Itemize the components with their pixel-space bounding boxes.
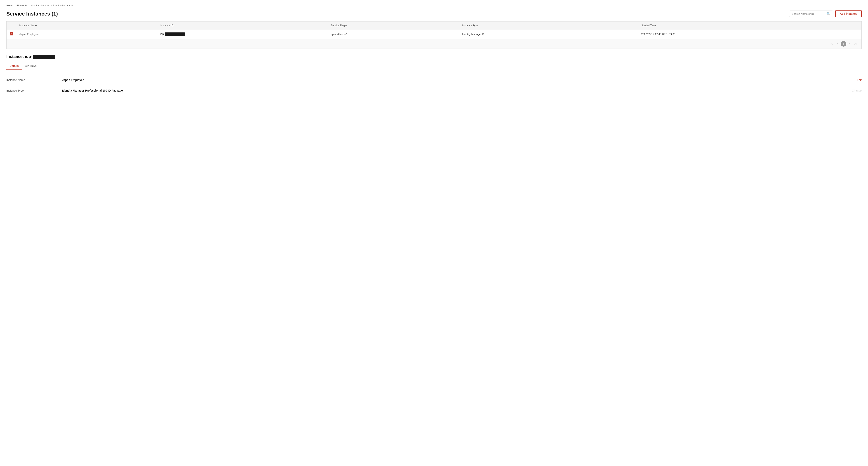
page-title: Service Instances (1) <box>6 11 58 17</box>
detail-value-instance-name: Japan Employee <box>62 79 857 82</box>
breadcrumb-sep-1: › <box>14 4 15 7</box>
breadcrumb-home[interactable]: Home <box>6 4 13 7</box>
col-instance-name: Instance Name <box>16 22 157 29</box>
table-header-row: Instance Name Instance ID Service Region… <box>6 22 862 29</box>
header-actions: 🔍 Add instance <box>789 10 862 17</box>
row-started-time: 2022/09/12 17:45 UTC+09:00 <box>638 29 862 39</box>
pagination-bar: |< < 1 > >| <box>6 39 862 49</box>
pagination-prev-button[interactable]: < <box>835 41 840 46</box>
pagination-page-1[interactable]: 1 <box>841 41 846 47</box>
row-checkbox-cell <box>6 29 16 39</box>
instances-table: Instance Name Instance ID Service Region… <box>6 21 862 39</box>
detail-tabs: Details API Keys <box>6 62 862 70</box>
breadcrumb: Home › Elements › Identity Manager › Ser… <box>6 4 862 7</box>
breadcrumb-sep-2: › <box>28 4 29 7</box>
search-icon: 🔍 <box>827 12 830 16</box>
detail-action-edit[interactable]: Edit <box>857 79 862 82</box>
row-checkbox[interactable] <box>10 32 13 35</box>
row-instance-type: Identity Manager Pro... <box>459 29 638 39</box>
breadcrumb-elements[interactable]: Elements <box>17 4 27 7</box>
col-started-time: Started Time <box>638 22 862 29</box>
instance-detail-id-redacted <box>33 55 55 59</box>
detail-row-instance-type: Instance Type Identity Manager Professio… <box>6 85 862 96</box>
tab-details[interactable]: Details <box>6 62 22 70</box>
search-input[interactable] <box>792 12 825 15</box>
pagination-first-button[interactable]: |< <box>829 41 834 46</box>
breadcrumb-identity-manager[interactable]: Identity Manager <box>30 4 50 7</box>
table-header-checkbox <box>6 22 16 29</box>
detail-value-instance-type: Identity Manager Professional 100 ID Pac… <box>62 89 852 92</box>
detail-label-instance-name: Instance Name <box>6 79 62 82</box>
breadcrumb-sep-3: › <box>51 4 52 7</box>
col-service-region: Service Region <box>328 22 459 29</box>
detail-row-instance-name: Instance Name Japan Employee Edit <box>6 75 862 85</box>
search-box[interactable]: 🔍 <box>789 10 833 17</box>
detail-action-change[interactable]: Change <box>852 89 862 92</box>
pagination-next-button[interactable]: > <box>847 41 852 46</box>
row-id-prefix: idp- <box>160 32 165 35</box>
tab-api-keys[interactable]: API Keys <box>22 62 40 70</box>
col-instance-type: Instance Type <box>459 22 638 29</box>
row-service-region: ap-northeast-1 <box>328 29 459 39</box>
add-instance-button[interactable]: Add instance <box>835 10 862 17</box>
instance-detail-title: Instance: idp- <box>6 54 862 59</box>
instance-detail-section: Instance: idp- Details API Keys Instance… <box>6 54 862 96</box>
table-row: Japan Employee idp- ap-northeast-1 Ident… <box>6 29 862 39</box>
breadcrumb-service-instances: Service Instances <box>53 4 73 7</box>
row-instance-id: idp- <box>157 29 328 39</box>
instance-title-prefix: Instance: idp- <box>6 54 32 59</box>
page-header: Service Instances (1) 🔍 Add instance <box>6 10 862 17</box>
row-id-redacted <box>165 32 185 36</box>
col-instance-id: Instance ID <box>157 22 328 29</box>
detail-fields: Instance Name Japan Employee Edit Instan… <box>6 75 862 96</box>
row-instance-name: Japan Employee <box>16 29 157 39</box>
detail-label-instance-type: Instance Type <box>6 89 62 92</box>
pagination-last-button[interactable]: >| <box>853 41 858 46</box>
